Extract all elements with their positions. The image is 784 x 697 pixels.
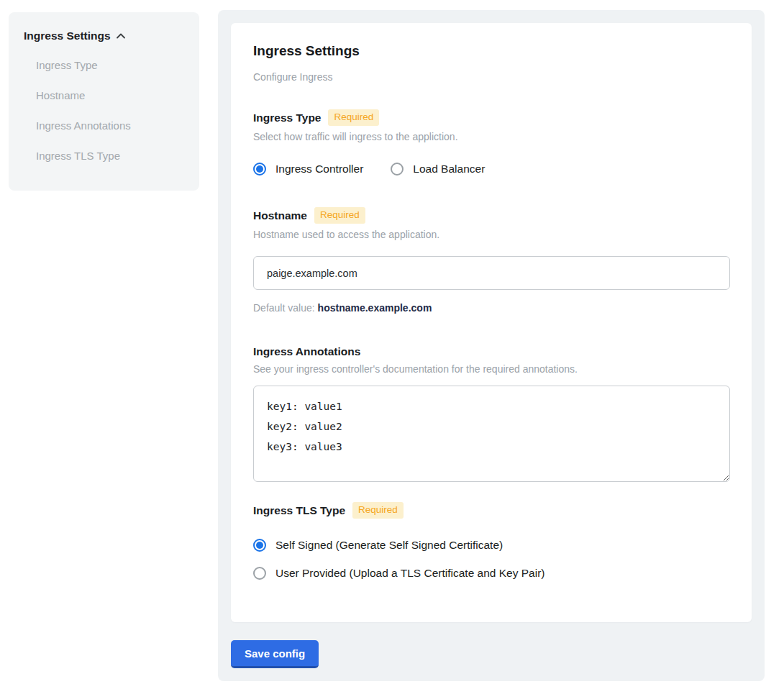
- radio-ingress-controller[interactable]: Ingress Controller: [253, 163, 363, 176]
- page-title: Ingress Settings: [253, 43, 730, 59]
- chevron-up-icon: [116, 31, 126, 41]
- sidebar-section-title: Ingress Settings: [24, 29, 111, 42]
- radio-icon: [391, 163, 404, 176]
- required-badge: Required: [314, 207, 365, 224]
- page-subtitle: Configure Ingress: [253, 71, 730, 83]
- radio-label: Self Signed (Generate Self Signed Certif…: [275, 539, 503, 552]
- sidebar-item-ingress-type[interactable]: Ingress Type: [36, 59, 199, 72]
- field-hostname: Hostname Required Hostname used to acces…: [253, 207, 730, 314]
- hostname-default-value: Default value:hostname.example.com: [253, 302, 730, 314]
- default-value-text: hostname.example.com: [318, 302, 432, 314]
- radio-label: User Provided (Upload a TLS Certificate …: [275, 567, 544, 580]
- required-badge: Required: [352, 502, 404, 519]
- radio-self-signed[interactable]: Self Signed (Generate Self Signed Certif…: [253, 539, 730, 552]
- sidebar-item-ingress-annotations[interactable]: Ingress Annotations: [36, 119, 199, 132]
- field-ingress-annotations: Ingress Annotations See your ingress con…: [253, 345, 730, 482]
- radio-label: Load Balancer: [413, 163, 485, 176]
- required-badge: Required: [328, 109, 379, 126]
- radio-label: Ingress Controller: [275, 163, 363, 176]
- default-value-prefix: Default value:: [253, 302, 315, 314]
- field-ingress-type: Ingress Type Required Select how traffic…: [253, 109, 730, 176]
- radio-icon: [253, 539, 266, 552]
- ingress-annotations-help: See your ingress controller's documentat…: [253, 363, 730, 375]
- radio-user-provided[interactable]: User Provided (Upload a TLS Certificate …: [253, 567, 730, 580]
- ingress-type-help: Select how traffic will ingress to the a…: [253, 131, 730, 142]
- field-ingress-tls-type: Ingress TLS Type Required Self Signed (G…: [253, 502, 730, 580]
- radio-load-balancer[interactable]: Load Balancer: [391, 163, 485, 176]
- sidebar-section-header[interactable]: Ingress Settings: [24, 29, 199, 42]
- hostname-label: Hostname: [253, 209, 307, 222]
- radio-icon: [253, 567, 266, 580]
- sidebar-item-hostname[interactable]: Hostname: [36, 89, 199, 102]
- hostname-input[interactable]: [253, 256, 730, 290]
- ingress-type-label: Ingress Type: [253, 111, 321, 124]
- settings-nav: Ingress Settings Ingress Type Hostname I…: [9, 12, 199, 191]
- ingress-annotations-textarea[interactable]: key1: value1 key2: value2 key3: value3: [253, 386, 730, 482]
- ingress-tls-type-label: Ingress TLS Type: [253, 504, 345, 517]
- radio-icon: [253, 163, 266, 176]
- sidebar-item-ingress-tls-type[interactable]: Ingress TLS Type: [36, 150, 199, 163]
- settings-panel: Ingress Settings Configure Ingress Ingre…: [218, 10, 765, 681]
- hostname-help: Hostname used to access the application.: [253, 229, 730, 240]
- ingress-settings-card: Ingress Settings Configure Ingress Ingre…: [231, 23, 752, 622]
- ingress-annotations-label: Ingress Annotations: [253, 345, 360, 358]
- save-config-button[interactable]: Save config: [231, 640, 319, 668]
